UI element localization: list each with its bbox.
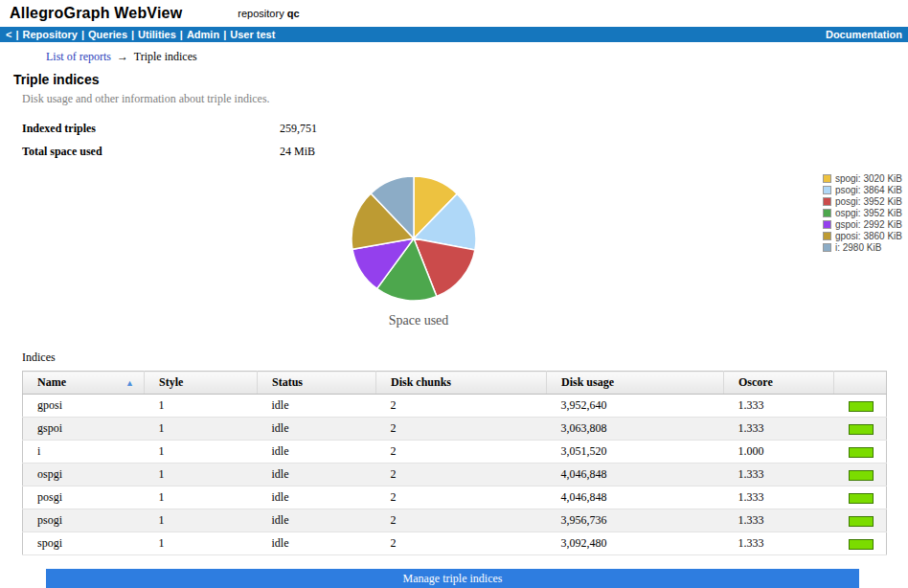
breadcrumb-arrow-icon: → [117,50,128,63]
cell-health [834,509,887,532]
column-header-oscore[interactable]: Oscore [724,372,834,395]
cell-oscore: 1.000 [724,441,834,464]
column-header-oscore-label: Oscore [738,375,773,389]
cell-oscore: 1.333 [724,509,834,532]
cell-name: i [23,441,145,464]
cell-status: idle [258,509,376,532]
column-header-name-label: Name [37,375,66,389]
health-bar [849,447,874,458]
repository-indicator: repository qc [238,8,299,19]
sort-ascending-icon[interactable]: ▲ [125,378,134,388]
legend-swatch [823,232,831,240]
cell-oscore: 1.333 [724,532,834,555]
repository-label: repository [238,8,284,19]
cell-style: 1 [145,532,258,555]
nav-item-utilities[interactable]: Utilities [138,29,176,40]
stats-section: Indexed triples 259,751 Total space used… [0,114,908,168]
cell-style: 1 [145,441,258,464]
cell-status: idle [258,418,376,441]
cell-oscore: 1.333 [724,395,834,418]
nav-item-repository[interactable]: Repository [23,29,78,40]
cell-status: idle [258,441,376,464]
cell-name: ospgi [23,464,145,486]
health-bar [849,539,874,550]
stat-value: 259,751 [280,122,317,136]
pie-wrap: Space used [347,171,490,328]
table-row[interactable]: gspoi1idle23,063,8081.333 [23,418,887,441]
nav-item-admin[interactable]: Admin [187,29,219,40]
legend-item: i: 2980 KiB [823,242,902,253]
legend-swatch [823,197,831,206]
column-header-status-label: Status [272,375,303,389]
nav-separator: | [15,29,18,40]
manage-triple-indices-button[interactable]: Manage triple indices [46,569,859,588]
cell-style: 1 [145,395,258,418]
table-row[interactable]: psogi1idle23,956,7361.333 [23,509,887,532]
legend-item: posgi: 3952 KiB [823,196,902,207]
cell-health [834,532,887,555]
cell-status: idle [258,486,376,509]
repository-name[interactable]: qc [287,8,300,19]
cell-disk-chunks: 2 [376,509,547,532]
cell-oscore: 1.333 [724,418,834,441]
table-row[interactable]: gposi1idle23,952,6401.333 [23,395,887,418]
legend-label: spogi: 3020 KiB [835,173,902,184]
legend-label: posgi: 3952 KiB [835,196,902,207]
column-header-disk-chunks[interactable]: Disk chunks [376,372,547,395]
stat-total-space-used: Total space used 24 MiB [22,145,908,159]
table-row[interactable]: posgi1idle24,046,8481.333 [23,486,887,509]
legend-swatch [823,243,831,252]
cell-style: 1 [145,486,258,509]
column-header-disk-usage[interactable]: Disk usage [547,372,724,395]
cell-name: psogi [23,509,145,532]
nav-item-documentation[interactable]: Documentation [826,29,902,40]
table-row[interactable]: ospgi1idle24,046,8481.333 [23,464,887,486]
health-bar [849,493,874,504]
cell-style: 1 [145,464,258,486]
stat-value: 24 MiB [280,145,315,159]
cell-disk-chunks: 2 [376,441,547,464]
nav-back-icon[interactable]: < [6,29,11,40]
cell-name: gspoi [23,418,145,441]
chart-section: Space used spogi: 3020 KiBpsogi: 3864 Ki… [0,171,908,339]
legend-item: gspoi: 2992 KiB [823,219,902,230]
table-header-row: Name ▲ Style Status Disk chunks Disk usa… [23,372,887,395]
pie-caption: Space used [347,313,490,328]
breadcrumb-list-of-reports[interactable]: List of reports [46,50,111,63]
cell-style: 1 [145,509,258,532]
cell-health [834,486,887,509]
column-header-status[interactable]: Status [258,372,376,395]
cell-disk-chunks: 2 [376,464,547,486]
indices-table-body: gposi1idle23,952,6401.333gspoi1idle23,06… [23,395,887,555]
table-row[interactable]: i1idle23,051,5201.000 [23,441,887,464]
cell-disk-usage: 3,956,736 [547,509,724,532]
cell-style: 1 [145,418,258,441]
pie-chart [347,171,481,305]
cell-status: idle [258,395,376,418]
cell-status: idle [258,464,376,486]
pie-legend: spogi: 3020 KiBpsogi: 3864 KiBposgi: 395… [823,173,902,254]
nav-item-user-test[interactable]: User test [230,29,275,40]
cell-name: posgi [23,486,145,509]
cell-health [834,441,887,464]
legend-label: ospgi: 3952 KiB [835,208,902,218]
cell-disk-usage: 3,051,520 [547,441,724,464]
health-bar [849,516,874,527]
cell-disk-chunks: 2 [376,532,547,555]
nav-separator: | [131,29,134,40]
column-header-style[interactable]: Style [145,372,258,395]
nav-separator: | [223,29,226,40]
table-row[interactable]: spogi1idle23,092,4801.333 [23,532,887,555]
legend-item: spogi: 3020 KiB [823,173,902,184]
legend-item: ospgi: 3952 KiB [823,208,902,218]
stat-label: Total space used [22,145,280,159]
cell-oscore: 1.333 [724,464,834,486]
top-header: AllegroGraph WebView repository qc [0,0,908,27]
nav-item-queries[interactable]: Queries [88,29,127,40]
cell-disk-chunks: 2 [376,395,547,418]
stat-label: Indexed triples [22,122,280,136]
column-header-name[interactable]: Name ▲ [23,372,145,395]
page-subtitle: Disk usage and other information about t… [0,89,908,114]
cell-disk-chunks: 2 [376,418,547,441]
breadcrumb-current: Triple indices [134,50,197,63]
